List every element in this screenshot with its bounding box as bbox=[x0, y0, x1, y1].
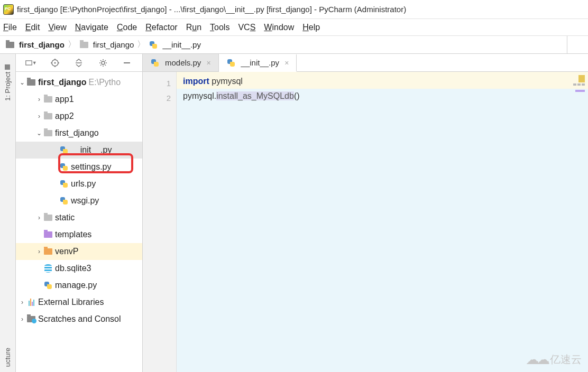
tab-empty-area bbox=[297, 54, 588, 71]
svg-rect-0 bbox=[26, 60, 32, 64]
tree-item-label: db.sqlite3 bbox=[55, 264, 91, 273]
tree-item[interactable]: ›static bbox=[16, 209, 142, 226]
tree-item-label: first_django bbox=[55, 128, 99, 138]
close-icon[interactable]: × bbox=[284, 59, 289, 67]
tree-item[interactable]: settings.py bbox=[16, 159, 142, 175]
breadcrumb-item[interactable]: __init__.py bbox=[146, 40, 203, 50]
chevron-down-icon[interactable]: ⌄ bbox=[35, 129, 43, 137]
chevron-right-icon[interactable]: › bbox=[35, 113, 43, 120]
tree-item-label: app1 bbox=[55, 95, 74, 104]
close-icon[interactable]: × bbox=[206, 59, 210, 67]
tree-item-label: __init__.py bbox=[71, 145, 112, 155]
tree-root[interactable]: ⌄ first_django E:\Pytho bbox=[16, 74, 142, 91]
python-file-icon bbox=[43, 281, 53, 290]
line-number: 2 bbox=[143, 91, 171, 106]
menu-window[interactable]: Window bbox=[264, 23, 294, 32]
tree-item[interactable]: ⌄first_django bbox=[16, 125, 142, 142]
menu-vcs[interactable]: VCS bbox=[238, 23, 255, 32]
menu-help[interactable]: Help bbox=[302, 23, 320, 32]
breadcrumb-item[interactable]: first_django bbox=[77, 40, 136, 50]
menu-edit[interactable]: Edit bbox=[25, 23, 40, 32]
breadcrumb-separator: 〉 bbox=[67, 39, 77, 50]
menu-view[interactable]: View bbox=[48, 23, 66, 32]
tree-item[interactable]: __init__.py bbox=[16, 142, 142, 159]
editor-markers bbox=[573, 75, 585, 92]
collapse-icon[interactable] bbox=[73, 57, 85, 69]
chevron-down-icon[interactable]: ⌄ bbox=[18, 79, 26, 86]
tree-item[interactable]: urls.py bbox=[16, 175, 142, 192]
cloud-icon: ☁☁ bbox=[526, 351, 547, 368]
code-text: pymysql bbox=[209, 77, 243, 86]
svg-point-2 bbox=[54, 62, 56, 63]
side-tab-project[interactable]: 1: Project bbox=[4, 64, 12, 101]
folder-icon bbox=[43, 111, 53, 121]
breadcrumb-item[interactable]: first_django bbox=[3, 40, 67, 50]
tree-item[interactable]: wsgi.py bbox=[16, 192, 142, 209]
tree-item-label: app2 bbox=[55, 111, 74, 121]
tree-item-label: manage.py bbox=[55, 281, 97, 290]
window-title: first_django [E:\PythonProject\first_dja… bbox=[17, 5, 406, 14]
editor-tab[interactable]: __init__.py × bbox=[219, 54, 297, 72]
python-file-icon bbox=[59, 145, 69, 155]
highlight-marker-icon bbox=[575, 90, 585, 92]
editor-body: 1 2 import pymysql pymysql.install_as_My… bbox=[143, 72, 588, 372]
line-gutter: 1 2 bbox=[143, 72, 177, 372]
tree-item-label: wsgi.py bbox=[71, 196, 99, 206]
chevron-right-icon[interactable]: › bbox=[35, 214, 43, 221]
project-tree[interactable]: ⌄ first_django E:\Pytho ›app1›app2⌄first… bbox=[16, 72, 142, 372]
folder-icon bbox=[43, 213, 53, 222]
folder-icon bbox=[43, 128, 53, 138]
tree-item-label: venvP bbox=[55, 247, 78, 256]
tree-item[interactable]: ›app2 bbox=[16, 108, 142, 125]
left-tool-strip: 1: Project ucture bbox=[0, 54, 16, 372]
chevron-right-icon[interactable]: › bbox=[35, 248, 43, 255]
python-file-icon bbox=[59, 196, 69, 206]
editor-tab-bar: models.py × __init__.py × bbox=[143, 54, 588, 72]
menu-tools[interactable]: Tools bbox=[210, 23, 229, 32]
menu-run[interactable]: Run bbox=[186, 23, 201, 32]
chevron-right-icon[interactable]: › bbox=[18, 299, 26, 306]
target-icon[interactable] bbox=[49, 57, 61, 69]
tree-item[interactable]: templates bbox=[16, 226, 142, 243]
tree-item[interactable]: ›venvP bbox=[16, 243, 142, 260]
menu-navigate[interactable]: Navigate bbox=[75, 23, 108, 32]
breadcrumb-bar: first_django 〉 first_django 〉 __init__.p… bbox=[0, 36, 588, 54]
tree-item[interactable]: ›app1 bbox=[16, 91, 142, 108]
code-text: pymysql. bbox=[183, 91, 216, 100]
gear-icon[interactable] bbox=[97, 57, 109, 69]
side-tab-structure[interactable]: ucture bbox=[4, 348, 12, 367]
python-file-icon bbox=[59, 179, 69, 189]
minimize-icon[interactable] bbox=[121, 57, 133, 69]
tree-scratches[interactable]: › Scratches and Consol bbox=[16, 311, 142, 328]
tree-item-label: static bbox=[55, 213, 75, 222]
code-text: () bbox=[294, 91, 300, 100]
tree-item-label: templates bbox=[55, 230, 91, 239]
scope-dropdown-icon[interactable]: ▼ bbox=[25, 57, 37, 69]
breadcrumb-right-slot bbox=[567, 36, 585, 53]
python-file-icon bbox=[59, 162, 69, 172]
editor-tab[interactable]: models.py × bbox=[143, 54, 219, 71]
tree-external-libraries[interactable]: › External Libraries bbox=[16, 294, 142, 311]
folder-icon bbox=[43, 230, 53, 239]
code-editor[interactable]: import pymysql pymysql.install_as_MySQLd… bbox=[177, 72, 588, 372]
tab-label: models.py bbox=[165, 58, 201, 67]
tree-item[interactable]: db.sqlite3 bbox=[16, 260, 142, 277]
minimap-icon bbox=[573, 83, 585, 86]
breadcrumb-separator: 〉 bbox=[136, 39, 146, 50]
menu-bar: File Edit View Navigate Code Refactor Ru… bbox=[0, 19, 588, 36]
watermark: ☁☁ 亿速云 bbox=[526, 351, 582, 368]
menu-file[interactable]: File bbox=[3, 23, 17, 32]
line-number: 1 bbox=[143, 76, 171, 91]
menu-refactor[interactable]: Refactor bbox=[145, 23, 177, 32]
project-panel: ▼ ⌄ first_django E:\Pytho ›app1›app2 bbox=[16, 54, 143, 372]
tree-item[interactable]: manage.py bbox=[16, 277, 142, 294]
folder-icon bbox=[43, 95, 53, 104]
warning-marker-icon bbox=[578, 75, 585, 82]
chevron-right-icon[interactable]: › bbox=[35, 96, 43, 103]
menu-code[interactable]: Code bbox=[117, 23, 137, 32]
project-toolbar: ▼ bbox=[16, 54, 142, 72]
chevron-right-icon[interactable]: › bbox=[18, 315, 26, 323]
tab-label: __init__.py bbox=[241, 58, 280, 67]
tree-item-label: urls.py bbox=[71, 179, 96, 189]
pycharm-icon bbox=[3, 4, 14, 15]
